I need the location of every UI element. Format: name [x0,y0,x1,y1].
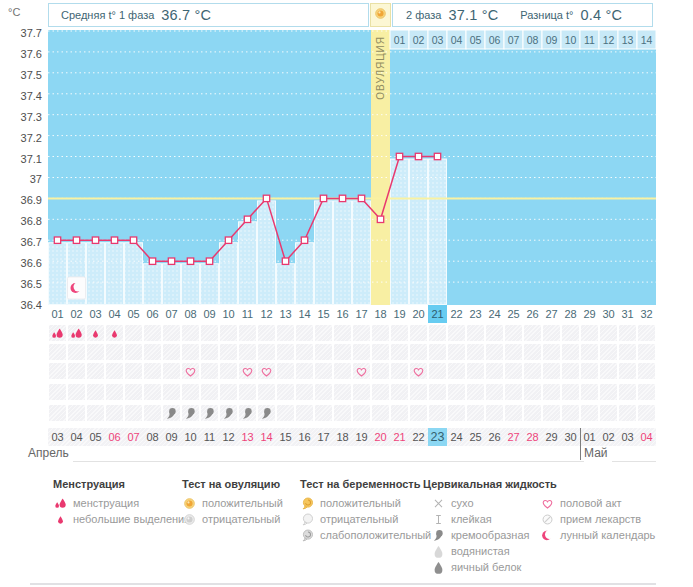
calendar-date[interactable]: 04 [67,428,86,446]
calendar-date[interactable]: 22 [409,428,428,446]
calendar-date[interactable]: 14 [257,428,276,446]
intercourse-row-cell[interactable] [106,363,123,379]
cycle-day-30[interactable]: 30 [599,306,618,322]
menstruation-row-cell[interactable] [581,325,598,341]
pregnancy-test-row-cell[interactable] [163,384,180,400]
ovulation-test-row-cell[interactable] [220,344,237,360]
pregnancy-test-row-cell[interactable] [277,384,294,400]
ovulation-test-row-cell[interactable] [315,344,332,360]
ovulation-test-row-cell[interactable] [505,344,522,360]
pregnancy-test-row-cell[interactable] [429,384,446,400]
intercourse-row-cell[interactable] [505,363,522,379]
menstruation-row-cell[interactable] [600,325,617,341]
calendar-date[interactable]: 04 [637,428,656,446]
ovulation-test-row-cell[interactable] [258,344,275,360]
menstruation-row-cell[interactable] [296,325,313,341]
calendar-date[interactable]: 26 [485,428,504,446]
pregnancy-test-row-cell[interactable] [182,384,199,400]
pregnancy-test-row-cell[interactable] [258,384,275,400]
ovulation-test-row-cell[interactable] [581,344,598,360]
calendar-date-today[interactable]: 23 [428,428,447,446]
pregnancy-test-row-cell[interactable] [68,384,85,400]
ovulation-test-row-cell[interactable] [372,344,389,360]
cycle-day-28[interactable]: 28 [561,306,580,322]
intercourse-row-cell[interactable] [410,363,427,379]
calendar-date[interactable]: 28 [523,428,542,446]
cycle-day-25[interactable]: 25 [504,306,523,322]
intercourse-row-cell[interactable] [144,363,161,379]
menstruation-row-cell[interactable] [353,325,370,341]
menstruation-row-cell[interactable] [429,325,446,341]
menstruation-row-cell[interactable] [562,325,579,341]
cycle-day-08[interactable]: 08 [181,306,200,322]
menstruation-row-cell[interactable] [505,325,522,341]
pregnancy-test-row-cell[interactable] [467,384,484,400]
cervical-fluid-row-cell[interactable] [68,405,85,421]
ovulation-test-row-cell[interactable] [182,344,199,360]
cervical-fluid-row-cell[interactable] [258,405,275,421]
intercourse-row-cell[interactable] [486,363,503,379]
intercourse-row-cell[interactable] [201,363,218,379]
intercourse-row-cell[interactable] [391,363,408,379]
cycle-day-03[interactable]: 03 [86,306,105,322]
pregnancy-test-row-cell[interactable] [543,384,560,400]
calendar-date[interactable]: 01 [580,428,599,446]
ovulation-test-row-cell[interactable] [543,344,560,360]
pregnancy-test-row-cell[interactable] [562,384,579,400]
pregnancy-test-row-cell[interactable] [201,384,218,400]
ovulation-test-row-cell[interactable] [353,344,370,360]
cycle-day-22[interactable]: 22 [447,306,466,322]
cervical-fluid-row-cell[interactable] [315,405,332,421]
calendar-date[interactable]: 19 [352,428,371,446]
intercourse-row-cell[interactable] [87,363,104,379]
cervical-fluid-row-cell[interactable] [543,405,560,421]
intercourse-row-cell[interactable] [619,363,636,379]
intercourse-row-cell[interactable] [353,363,370,379]
ovulation-test-row-cell[interactable] [106,344,123,360]
cervical-fluid-row-cell[interactable] [619,405,636,421]
intercourse-row-cell[interactable] [429,363,446,379]
calendar-date[interactable]: 03 [618,428,637,446]
cervical-fluid-row-cell[interactable] [486,405,503,421]
intercourse-row-cell[interactable] [334,363,351,379]
cervical-fluid-row-cell[interactable] [201,405,218,421]
cervical-fluid-row-cell[interactable] [163,405,180,421]
cervical-fluid-row-cell[interactable] [182,405,199,421]
pregnancy-test-row-cell[interactable] [144,384,161,400]
cervical-fluid-row-cell[interactable] [87,405,104,421]
ovulation-test-row-cell[interactable] [87,344,104,360]
calendar-date[interactable]: 24 [447,428,466,446]
menstruation-row-cell[interactable] [638,325,655,341]
cycle-day-23[interactable]: 23 [466,306,485,322]
pregnancy-test-row-cell[interactable] [296,384,313,400]
cycle-day-21[interactable]: 21 [428,305,447,323]
ovulation-test-row-cell[interactable] [239,344,256,360]
pregnancy-test-row-cell[interactable] [600,384,617,400]
cervical-fluid-row-cell[interactable] [353,405,370,421]
menstruation-row-cell[interactable] [49,325,66,341]
cycle-day-13[interactable]: 13 [276,306,295,322]
menstruation-row-cell[interactable] [201,325,218,341]
pregnancy-test-row-cell[interactable] [353,384,370,400]
menstruation-row-cell[interactable] [619,325,636,341]
cervical-fluid-row-cell[interactable] [277,405,294,421]
cervical-fluid-row-cell[interactable] [144,405,161,421]
calendar-date[interactable]: 20 [371,428,390,446]
intercourse-row-cell[interactable] [182,363,199,379]
pregnancy-test-row-cell[interactable] [87,384,104,400]
cervical-fluid-row-cell[interactable] [106,405,123,421]
menstruation-row-cell[interactable] [144,325,161,341]
calendar-date[interactable]: 09 [162,428,181,446]
calendar-date[interactable]: 12 [219,428,238,446]
calendar-date[interactable]: 07 [124,428,143,446]
ovulation-test-row-cell[interactable] [486,344,503,360]
intercourse-row-cell[interactable] [638,363,655,379]
ovulation-test-row-cell[interactable] [410,344,427,360]
calendar-date[interactable]: 15 [276,428,295,446]
pregnancy-test-row-cell[interactable] [334,384,351,400]
calendar-date[interactable]: 25 [466,428,485,446]
pregnancy-test-row-cell[interactable] [638,384,655,400]
cervical-fluid-row-cell[interactable] [562,405,579,421]
pregnancy-test-row-cell[interactable] [448,384,465,400]
calendar-date[interactable]: 03 [48,428,67,446]
